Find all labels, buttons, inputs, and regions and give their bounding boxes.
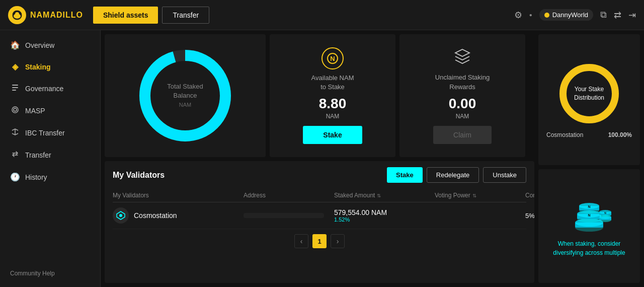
prev-page-button[interactable]: ‹ <box>294 234 308 248</box>
user-name: DannyWorld <box>552 11 588 19</box>
available-nam-value: 8.80 <box>319 96 347 112</box>
available-nam-label: Available NAM to Stake <box>311 74 354 92</box>
validator-address <box>244 213 334 218</box>
redelegate-button[interactable]: Redelegate <box>427 167 479 183</box>
distribution-label: Your Stake Distribution <box>574 85 604 102</box>
validators-actions: Stake Redelegate Unstake <box>387 167 526 183</box>
validator-name-cell: Cosmostation <box>113 207 244 224</box>
staked-amount: 579,554.00 NAM <box>334 208 435 217</box>
governance-icon <box>10 84 20 94</box>
sidebar-item-history[interactable]: 🕐 History <box>0 166 100 188</box>
validator-staked-cell: 579,554.00 NAM 1.52% <box>334 208 435 223</box>
user-badge: DannyWorld <box>539 9 593 21</box>
validator-name: Cosmostation <box>134 211 177 220</box>
sidebar-label-overview: Overview <box>25 41 54 49</box>
sidebar-item-overview[interactable]: 🏠 Overview <box>0 34 100 56</box>
staked-donut: Total Staked Balance NAM <box>135 45 235 146</box>
unclaimed-rewards-unit: NAM <box>456 113 469 120</box>
svg-point-7 <box>14 108 17 111</box>
layers-icon <box>453 47 471 69</box>
card-total-staked: Total Staked Balance NAM <box>105 34 266 157</box>
distribution-row: Cosmostation 100.00% <box>546 131 632 138</box>
transfer-nav-button[interactable]: Transfer <box>162 7 209 24</box>
distribution-donut: Your Stake Distribution <box>556 61 622 126</box>
user-status-dot <box>544 13 549 18</box>
claim-button[interactable]: Claim <box>433 126 492 144</box>
next-page-button[interactable]: › <box>331 234 345 248</box>
current-page: 1 <box>312 234 327 248</box>
staked-balance-label: Total Staked Balance NAM <box>160 82 210 110</box>
staked-change: 1.52% <box>334 217 435 223</box>
sidebar-label-governance: Governance <box>25 85 63 93</box>
app-name: NAMADILLO <box>30 11 83 20</box>
svg-text:N: N <box>588 205 590 208</box>
svg-rect-5 <box>12 90 16 91</box>
panel-tip-text: When staking, consider diversifying acro… <box>544 239 634 257</box>
panel-bottom: N N N When staking, consider diversifyin… <box>538 169 640 283</box>
sort-staked-icon: ⇅ <box>377 193 381 198</box>
sidebar-item-staking[interactable]: ◈ Staking <box>0 56 100 78</box>
svg-text:N: N <box>588 213 590 217</box>
sidebar-label-history: History <box>25 173 47 181</box>
logo-area: NAMADILLO <box>8 6 83 24</box>
exit-icon[interactable]: ⇥ <box>628 10 636 21</box>
col-voting[interactable]: Voting Power ⇅ <box>435 192 525 199</box>
sidebar-item-ibc-transfer[interactable]: IBC Transfer <box>0 122 100 144</box>
dist-validator-name: Cosmostation <box>546 131 583 138</box>
sidebar-label-transfer: Transfer <box>25 151 51 159</box>
stake-button[interactable]: Stake <box>303 126 362 144</box>
sidebar-label-masp: MASP <box>25 107 45 115</box>
col-commission[interactable]: Commission ⇅ <box>525 192 534 199</box>
nav-right: ⚙ ● DannyWorld ⧉ ⇄ ⇥ <box>514 9 636 21</box>
status-dot: ● <box>529 12 532 18</box>
sidebar-item-transfer[interactable]: Transfer <box>0 144 100 166</box>
svg-rect-3 <box>12 85 18 86</box>
available-nam-unit: NAM <box>326 113 340 120</box>
sidebar-item-masp[interactable]: MASP <box>0 100 100 122</box>
main-layout: 🏠 Overview ◈ Staking Governance <box>0 30 644 287</box>
main-content: Total Staked Balance NAM N Available NAM… <box>101 30 538 287</box>
dist-validator-pct: 100.00% <box>608 131 632 138</box>
nav-buttons: Shield assets Transfer <box>93 7 209 24</box>
svg-rect-4 <box>12 87 18 88</box>
unclaimed-rewards-value: 0.00 <box>449 96 476 112</box>
logo-icon <box>8 6 26 24</box>
copy-icon[interactable]: ⧉ <box>600 10 607 20</box>
home-icon: 🏠 <box>10 40 20 50</box>
col-validators: My Validators <box>113 192 244 199</box>
card-unclaimed-rewards: Unclaimed Staking Rewards 0.00 NAM Claim <box>399 34 525 157</box>
sidebar-label-staking: Staking <box>25 63 51 71</box>
address-bar <box>244 213 324 218</box>
col-address: Address <box>244 192 334 199</box>
staking-icon: ◈ <box>10 62 20 71</box>
staking-illustration: N N N <box>564 195 614 235</box>
ibc-icon <box>10 128 20 138</box>
table-header: My Validators Address Staked Amount ⇅ Vo… <box>113 189 526 202</box>
svg-point-6 <box>12 107 18 113</box>
table-row: Cosmostation 579,554.00 NAM 1.52% 5% ⓘ <box>113 202 526 229</box>
sidebar-item-governance[interactable]: Governance <box>0 78 100 100</box>
top-nav: NAMADILLO Shield assets Transfer ⚙ ● Dan… <box>0 0 644 30</box>
settings-icon[interactable]: ⚙ <box>514 10 522 21</box>
right-panel: Your Stake Distribution Cosmostation 100… <box>538 30 644 287</box>
cards-row: Total Staked Balance NAM N Available NAM… <box>101 30 538 161</box>
unstake-button[interactable]: Unstake <box>483 167 526 183</box>
community-help[interactable]: Community Help <box>0 264 100 283</box>
switch-icon[interactable]: ⇄ <box>614 10 621 21</box>
col-staked[interactable]: Staked Amount ⇅ <box>334 192 435 199</box>
validators-section: My Validators Stake Redelegate Unstake M… <box>105 161 534 283</box>
card-available-nam: N Available NAM to Stake 8.80 NAM Stake <box>270 34 395 157</box>
svg-text:N: N <box>330 55 335 62</box>
card-distribution: Your Stake Distribution Cosmostation 100… <box>538 34 640 165</box>
shield-assets-button[interactable]: Shield assets <box>93 7 158 24</box>
svg-point-2 <box>15 12 19 16</box>
sidebar-label-ibc: IBC Transfer <box>25 129 65 137</box>
stake-validator-button[interactable]: Stake <box>387 167 423 183</box>
masp-icon <box>10 106 20 116</box>
svg-point-14 <box>119 214 122 217</box>
sidebar: 🏠 Overview ◈ Staking Governance <box>0 30 101 287</box>
validators-header: My Validators Stake Redelegate Unstake <box>113 167 526 183</box>
pagination: ‹ 1 › <box>113 234 526 248</box>
unclaimed-rewards-label: Unclaimed Staking Rewards <box>435 73 490 91</box>
svg-text:N: N <box>604 211 606 214</box>
